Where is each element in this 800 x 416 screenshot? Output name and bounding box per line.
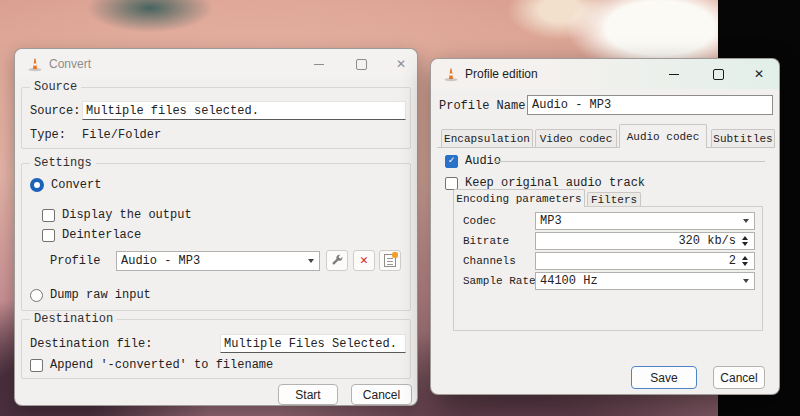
close-button[interactable]: ✕ bbox=[387, 54, 415, 74]
encoding-parameters-pane bbox=[453, 206, 763, 331]
checkbox-unchecked-icon bbox=[42, 209, 55, 222]
subtab-encoding-parameters[interactable]: Encoding parameters bbox=[453, 189, 585, 207]
type-label: Type: bbox=[30, 128, 66, 142]
deinterlace-checkbox[interactable]: Deinterlace bbox=[42, 228, 141, 242]
vlc-cone-icon bbox=[27, 56, 43, 72]
convert-radio-label: Convert bbox=[51, 178, 101, 192]
convert-titlebar[interactable]: Convert ✕ bbox=[15, 49, 417, 79]
source-group: Source Source: Type: File/Folder bbox=[21, 87, 411, 149]
window-title: Profile edition bbox=[465, 67, 538, 81]
window-title: Convert bbox=[49, 57, 91, 71]
convert-radio[interactable]: Convert bbox=[30, 178, 101, 192]
profile-name-label: Profile Name bbox=[439, 99, 525, 113]
delete-profile-button[interactable]: ✕ bbox=[353, 250, 375, 271]
checkbox-unchecked-icon bbox=[42, 229, 55, 242]
tab-subtitles[interactable]: Subtitles bbox=[711, 129, 775, 148]
checkbox-unchecked-icon bbox=[30, 359, 43, 372]
keep-original-checkbox[interactable]: Keep original audio track bbox=[445, 176, 645, 190]
maximize-button[interactable] bbox=[704, 64, 732, 84]
settings-group: Settings Convert Display the output Dein… bbox=[21, 163, 411, 311]
source-label: Source: bbox=[30, 104, 80, 118]
checkbox-unchecked-icon bbox=[445, 177, 458, 190]
profile-name-input[interactable] bbox=[527, 95, 773, 115]
tab-audio-codec[interactable]: Audio codec bbox=[619, 124, 707, 148]
minimize-icon bbox=[314, 64, 324, 65]
tab-video-codec[interactable]: Video codec bbox=[535, 129, 617, 148]
tab-encapsulation[interactable]: Encapsulation bbox=[441, 129, 533, 148]
maximize-icon bbox=[356, 59, 367, 70]
dump-raw-radio[interactable]: Dump raw input bbox=[30, 288, 151, 302]
profile-titlebar[interactable]: Profile edition ✕ bbox=[431, 59, 779, 89]
close-icon: ✕ bbox=[754, 68, 764, 80]
checkbox-checked-icon: ✓ bbox=[445, 155, 458, 168]
radio-unselected-icon bbox=[30, 289, 43, 302]
destination-group: Destination Destination file: Append '-c… bbox=[21, 319, 411, 379]
settings-group-label: Settings bbox=[30, 156, 96, 170]
deinterlace-label: Deinterlace bbox=[62, 228, 141, 242]
minimize-button[interactable] bbox=[305, 54, 333, 74]
cancel-button[interactable]: Cancel bbox=[713, 366, 765, 389]
display-output-checkbox[interactable]: Display the output bbox=[42, 208, 192, 222]
start-button[interactable]: Start bbox=[278, 384, 338, 405]
minimize-button[interactable] bbox=[660, 64, 688, 84]
source-group-label: Source bbox=[30, 80, 81, 94]
display-output-label: Display the output bbox=[62, 208, 192, 222]
destination-file-field[interactable] bbox=[220, 334, 406, 353]
type-value: File/Folder bbox=[82, 128, 161, 142]
save-button[interactable]: Save bbox=[631, 366, 697, 389]
append-converted-checkbox[interactable]: Append '-converted' to filename bbox=[30, 358, 273, 372]
source-field[interactable] bbox=[82, 101, 406, 120]
edit-profile-button[interactable] bbox=[326, 250, 348, 271]
desktop: Convert ✕ Source Source: Type: File/Fold… bbox=[0, 0, 800, 416]
dropdown-arrow-icon bbox=[308, 259, 314, 263]
vlc-cone-icon bbox=[443, 66, 459, 82]
cancel-button[interactable]: Cancel bbox=[351, 384, 412, 405]
close-button[interactable]: ✕ bbox=[745, 64, 773, 84]
maximize-icon bbox=[713, 69, 724, 80]
convert-dialog: Convert ✕ Source Source: Type: File/Fold… bbox=[14, 48, 418, 406]
dump-raw-label: Dump raw input bbox=[50, 288, 151, 302]
keep-original-label: Keep original audio track bbox=[465, 176, 645, 190]
tab-pane-border bbox=[437, 147, 775, 148]
append-converted-label: Append '-converted' to filename bbox=[50, 358, 273, 372]
new-profile-button[interactable] bbox=[379, 250, 401, 271]
new-badge-icon bbox=[392, 252, 398, 258]
new-profile-icon bbox=[384, 254, 396, 267]
minimize-icon bbox=[669, 74, 679, 75]
audio-group-line bbox=[493, 161, 765, 162]
profile-combobox[interactable]: Audio - MP3 bbox=[116, 251, 320, 271]
destination-group-label: Destination bbox=[30, 312, 117, 326]
maximize-button[interactable] bbox=[347, 54, 375, 74]
profile-combobox-value: Audio - MP3 bbox=[121, 254, 303, 268]
subtab-filters[interactable]: Filters bbox=[587, 192, 641, 207]
wrench-icon bbox=[331, 254, 344, 267]
profile-label: Profile bbox=[50, 254, 100, 268]
close-icon: ✕ bbox=[396, 58, 406, 70]
profile-edition-dialog: Profile edition ✕ Profile Name Encapsula… bbox=[430, 58, 780, 395]
radio-selected-icon bbox=[30, 178, 44, 192]
destination-file-label: Destination file: bbox=[30, 337, 152, 351]
delete-x-icon: ✕ bbox=[360, 254, 368, 267]
